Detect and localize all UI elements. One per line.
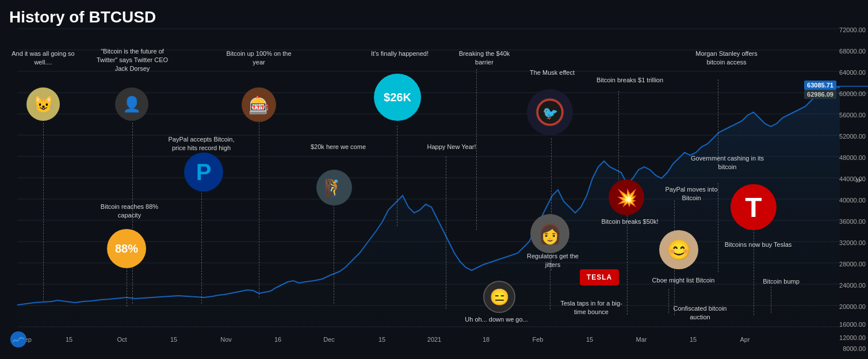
x-label-nov16: 16 bbox=[274, 336, 281, 343]
current-price-low: 62986.09 bbox=[804, 90, 836, 99]
y-label-40k: 40000.00 bbox=[839, 197, 866, 204]
x-label-dec15: 15 bbox=[378, 336, 385, 343]
x-label-mar: Mar bbox=[636, 336, 647, 343]
x-label-mar15: 15 bbox=[690, 336, 697, 343]
chart-container: History of BTCUSD 7 bbox=[0, 0, 868, 359]
ann-icon-paypal: P bbox=[184, 152, 223, 192]
ann-line-1 bbox=[43, 123, 44, 301]
ann-text-10: Uh oh... down we go... bbox=[465, 315, 528, 324]
ann-icon-twitter: 🐦 bbox=[527, 89, 573, 135]
y-label-60k: 60000.00 bbox=[839, 90, 866, 97]
logo-icon bbox=[10, 331, 26, 347]
y-label-28k: 28000.00 bbox=[839, 261, 866, 268]
x-label-nov: Nov bbox=[220, 336, 232, 343]
y-label-16k: 16000.00 bbox=[839, 321, 866, 328]
x-label-sep15: 15 bbox=[66, 336, 72, 343]
ann-line-7 bbox=[397, 125, 397, 226]
ann-line-4 bbox=[201, 193, 202, 304]
ann-text-3: Bitcoin up 100% on the year bbox=[224, 49, 293, 67]
ann-text-12: Regulators get the jitters bbox=[521, 252, 584, 269]
x-label-dec: Dec bbox=[323, 336, 335, 343]
y-label-32k: 32000.00 bbox=[839, 239, 866, 246]
x-label-jan18: 18 bbox=[483, 336, 490, 343]
ann-text-1: And it was all going so well.... bbox=[6, 49, 81, 67]
y-label-12k: 12000.00 bbox=[839, 334, 866, 341]
ann-text-18: Confiscated bitcoin auction bbox=[663, 304, 737, 322]
y-label-56k: 56000.00 bbox=[839, 112, 866, 119]
ann-line-12 bbox=[550, 255, 550, 310]
ann-text-17: Cboe might list Bitcoin bbox=[649, 276, 718, 285]
y-label-24k: 24000.00 bbox=[839, 282, 866, 289]
ann-text-19: Morgan Stanley offers bitcoin access bbox=[686, 49, 767, 67]
ann-icon-1: 😺 bbox=[26, 87, 60, 121]
y-label-68k: 68000.00 bbox=[839, 48, 866, 55]
ann-line-22 bbox=[771, 287, 771, 313]
ann-text-4: PayPal accepts Bitcoin, price hits recor… bbox=[164, 135, 239, 152]
ann-line-19 bbox=[718, 79, 718, 166]
ann-line-15 bbox=[627, 215, 628, 315]
ann-text-21: Bitcoins now buy Teslas bbox=[724, 240, 793, 249]
ann-text-22: Bitcoin bump bbox=[752, 277, 810, 286]
ann-icon-3: 🎰 bbox=[242, 87, 276, 122]
ann-text-11: The Musk effect bbox=[518, 68, 587, 77]
x-label-2021: 2021 bbox=[427, 336, 441, 343]
y-label-8k: 8000.00 bbox=[843, 345, 866, 352]
x-label-feb: Feb bbox=[533, 336, 544, 343]
x-label-feb15: 15 bbox=[586, 336, 593, 343]
ann-line-3 bbox=[259, 123, 259, 298]
x-label-oct: Oct bbox=[117, 336, 127, 343]
svg-text:🐦: 🐦 bbox=[542, 105, 559, 121]
ann-text-9: Breaking the $40k barrier bbox=[450, 49, 519, 67]
current-price-high: 63085.71 bbox=[804, 81, 836, 90]
ann-text-8: Happy New Year! bbox=[423, 143, 480, 151]
ann-line-5 bbox=[127, 268, 127, 307]
ann-icon-regulator: 👩 bbox=[530, 214, 569, 253]
ann-icon-tesla-logo: T bbox=[731, 184, 777, 230]
ann-icon-emoji: 😑 bbox=[483, 281, 515, 313]
y-label-20k: 20000.00 bbox=[839, 303, 866, 310]
ann-icon-88: 88% bbox=[107, 229, 146, 268]
ann-line-21 bbox=[754, 229, 754, 315]
ann-text-13: Bitcoin breaks $1 trillion bbox=[592, 76, 667, 85]
next-arrow[interactable]: » bbox=[855, 174, 861, 186]
y-label-64k: 64000.00 bbox=[839, 69, 866, 76]
y-label-72k: 72000.00 bbox=[839, 26, 866, 33]
ann-icon-26k: $26K bbox=[374, 74, 421, 121]
y-label-52k: 52000.00 bbox=[839, 133, 866, 140]
ann-text-15: Bitcoin breaks $50k! bbox=[595, 217, 664, 226]
ann-line-8 bbox=[446, 156, 446, 309]
ann-text-2: "Bitcoin is the future of Twitter" says … bbox=[95, 47, 170, 73]
ann-icon-2: 👤 bbox=[115, 87, 148, 121]
ann-text-16: PayPal moves into Bitcoin bbox=[657, 185, 726, 203]
ann-icon-tesla-text: TESLA bbox=[580, 269, 619, 285]
ann-text-7: It's finally happened! bbox=[365, 49, 434, 58]
ann-text-20: Government cashing in its bitcoin bbox=[689, 154, 766, 171]
y-label-48k: 48000.00 bbox=[839, 154, 866, 161]
ann-text-6: $20k here we come bbox=[304, 143, 373, 151]
y-label-44k: 44000.00 bbox=[839, 175, 866, 182]
x-label-oct15: 15 bbox=[170, 336, 177, 343]
ann-icon-explosion: 💥 bbox=[609, 180, 644, 215]
ann-icon-woman: 😊 bbox=[659, 230, 698, 269]
ann-line-9 bbox=[476, 69, 477, 230]
ann-text-14: Tesla taps in for a big-time bounce bbox=[557, 299, 626, 316]
ann-line-20 bbox=[718, 183, 718, 272]
ann-icon-ladder: 🧗 bbox=[316, 170, 352, 205]
ann-text-5: Bitcoin reaches 88% capacity bbox=[95, 203, 164, 220]
x-label-apr: Apr bbox=[740, 336, 750, 343]
y-label-36k: 36000.00 bbox=[839, 218, 866, 225]
